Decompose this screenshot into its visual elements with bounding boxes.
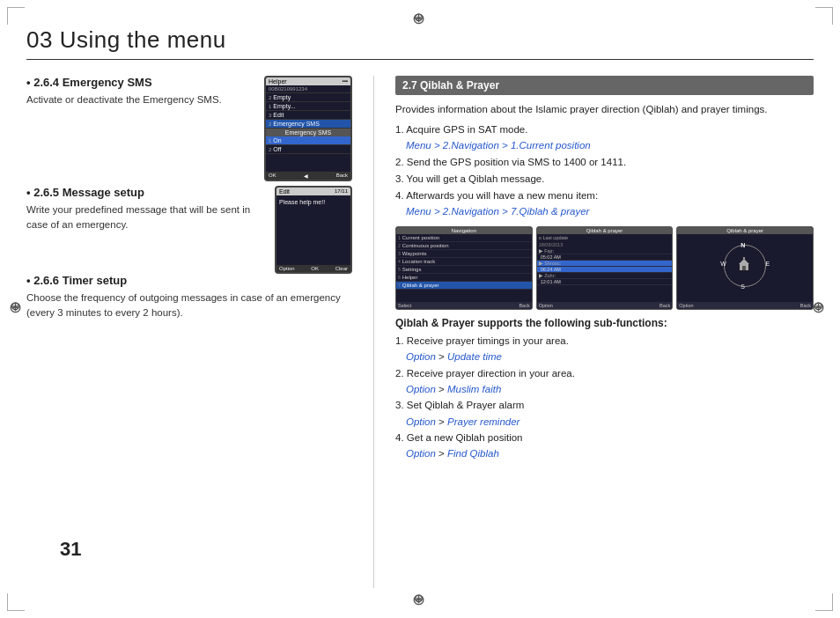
compass-container: N S W E [677, 234, 813, 298]
page-title: 03 Using the menu [26, 26, 814, 54]
step-1: 1. Acquire GPS in SAT mode. Menu > 2.Nav… [395, 122, 814, 153]
nav-row-3: 3 Waypoints [396, 250, 532, 258]
nav-row-1: 1 Current position [396, 234, 532, 242]
phone-emergency-sms-title: Emergency SMS [266, 129, 350, 136]
step-3: 3. You will get a Qiblah message. [395, 172, 814, 187]
right-column: 2.7 Qiblah & Prayer Provides information… [395, 76, 814, 588]
prayer-last-update: ≡ Last update [537, 234, 673, 241]
crosshair-left: ⊕ [11, 299, 26, 315]
compass-screen-header: Qiblah & prayer [677, 227, 813, 234]
section-266-title: • 2.6.6 Timer setup [26, 274, 352, 287]
phone-emergency-sms: Helper ▪▪▪ 00B0210991234 2 Empty 1 Empty… [264, 76, 352, 181]
crosshair-bottom: ⊕ [414, 592, 430, 607]
zuhr-time: 12:01 AM [537, 279, 673, 285]
page-number: 31 [60, 538, 81, 561]
compass-w: W [720, 261, 726, 267]
prayer-date: 18/08/2013 [537, 241, 673, 248]
zuhr-label: ▶ Zuhr: [537, 273, 673, 279]
phone-row-empty2: 1 Empty... [266, 102, 350, 111]
nav-row-4: 4 Location track [396, 258, 532, 266]
fajr-time: 05:02 AM [537, 254, 673, 261]
phone-header-helper: Helper ▪▪▪ [266, 77, 350, 85]
nav-screen-header: Navigation [396, 227, 532, 234]
section-266-desc: Choose the frequency of outgoing message… [26, 291, 352, 321]
crosshair-top: ⊕ [414, 11, 430, 26]
prayer-screen-header: Qiblah & prayer [537, 227, 673, 234]
fajr-label: ▶ Fajr: [537, 248, 673, 254]
step-4: 4. Afterwards you will have a new menu i… [395, 188, 814, 219]
section-27-header: 2.7 Qiblah & Prayer [395, 76, 814, 95]
shrooc-time: 06:24 AM [537, 267, 673, 273]
step-1-indent: Menu > 2.Navigation > 1.Current position [395, 138, 814, 153]
left-column: Helper ▪▪▪ 00B0210991234 2 Empty 1 Empty… [26, 76, 352, 588]
prayer-screen-footer: Option Back [537, 302, 673, 309]
compass: N S W E [722, 243, 768, 289]
compass-e: E [766, 261, 770, 267]
nav-row-6: 6 Helper [396, 274, 532, 282]
compass-s: S [741, 283, 745, 290]
svg-point-4 [743, 257, 745, 259]
sub-functions: Qiblah & Prayer supports the following s… [395, 317, 814, 462]
phone-row-off: 2 Off [266, 145, 350, 154]
screens-row: Navigation 1 Current position 2 Continuo… [395, 226, 814, 310]
section-265: Edit 17/11 Please help me!! Option OK Cl… [26, 186, 352, 233]
shrooc-label: ▶ Shrooc: [537, 261, 673, 267]
compass-n: N [741, 242, 745, 248]
phone-row-number: 00B0210991234 [266, 85, 350, 93]
sub-func-3: 3. Set Qiblah & Prayer alarm Option > Pr… [395, 397, 814, 430]
svg-rect-2 [742, 266, 746, 270]
nav-row-2: 2 Continuous position [396, 242, 532, 250]
intro-text: Provides information about the Islamic p… [395, 102, 814, 117]
steps-list: 1. Acquire GPS in SAT mode. Menu > 2.Nav… [395, 122, 814, 219]
sub-functions-list: 1. Receive prayer timings in your area. … [395, 333, 814, 462]
phone-message-text: Please help me!! [276, 195, 350, 248]
sub-func-2: 2. Receive prayer direction in your area… [395, 365, 814, 398]
nav-row-5: 5 Settings [396, 266, 532, 274]
content: Helper ▪▪▪ 00B0210991234 2 Empty 1 Empty… [26, 76, 814, 588]
mosque-icon [738, 257, 750, 271]
phone-row-on: 1 On [266, 136, 350, 145]
page: 03 Using the menu Helper ▪▪▪ 00B02109912… [26, 26, 814, 592]
prayer-phone-screen: Qiblah & prayer ≡ Last update 18/08/2013… [536, 226, 674, 310]
compass-screen-footer: Option Back [677, 302, 813, 309]
phone-row-emergency-sms: 2 Emergency SMS [266, 120, 350, 129]
section-266: • 2.6.6 Timer setup Choose the frequency… [26, 274, 352, 321]
phone-header-edit: Edit 17/11 [276, 188, 350, 195]
vertical-divider [373, 76, 374, 588]
phone-row-edit: 3 Edit [266, 111, 350, 120]
step-2: 2. Send the GPS position via SMS to 1400… [395, 155, 814, 170]
sub-func-1: 1. Receive prayer timings in your area. … [395, 333, 814, 365]
title-section: 03 Using the menu [26, 26, 814, 60]
sub-functions-title: Qiblah & Prayer supports the following s… [395, 317, 814, 329]
nav-row-7: 7 Qiblah & prayer [396, 282, 532, 290]
step-4-indent: Menu > 2.Navigation > 7.Qiblah & prayer [395, 204, 814, 219]
crosshair-right: ⊕ [814, 299, 829, 315]
phone-footer-265: Option OK Clear [276, 265, 350, 272]
nav-screen-footer: Select Back [396, 302, 532, 309]
compass-phone-screen: Qiblah & prayer N S W E [676, 226, 814, 310]
nav-phone-screen: Navigation 1 Current position 2 Continuo… [395, 226, 533, 310]
section-264: Helper ▪▪▪ 00B0210991234 2 Empty 1 Empty… [26, 76, 352, 107]
phone-message-setup: Edit 17/11 Please help me!! Option OK Cl… [275, 186, 352, 274]
sub-func-4: 4. Get a new Qiblah position Option > Fi… [395, 430, 814, 462]
phone-row-empty1: 2 Empty [266, 93, 350, 102]
phone-footer-264: OK ◀ Back [266, 172, 350, 180]
